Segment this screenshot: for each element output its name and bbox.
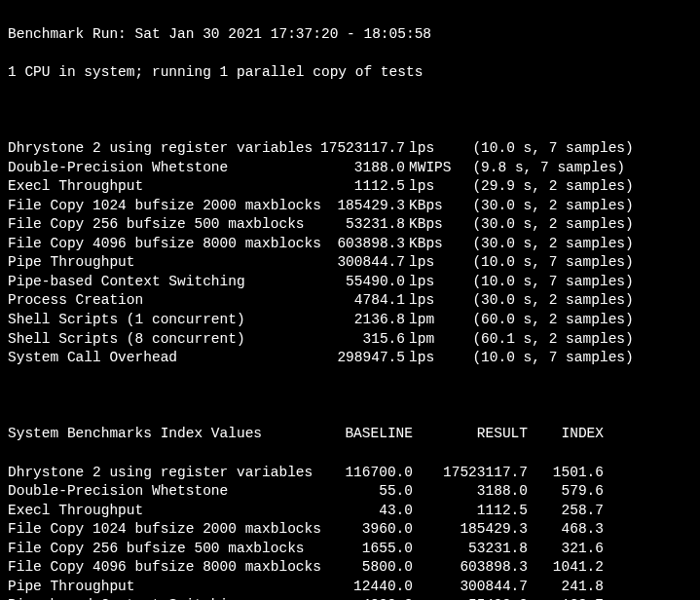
index-row: File Copy 256 bufsize 500 maxblocks1655.… (8, 540, 692, 559)
result-row: Pipe Throughput300844.7lps (10.0 s, 7 sa… (8, 253, 692, 273)
result-name: Pipe-based Context Switching (8, 273, 308, 292)
result-detail: (60.0 s, 2 samples) (456, 311, 634, 330)
result-row: Dhrystone 2 using register variables1752… (8, 139, 692, 159)
index-row: Dhrystone 2 using register variables1167… (8, 464, 692, 483)
result-row: File Copy 1024 bufsize 2000 maxblocks185… (8, 197, 692, 216)
index-baseline: 5800.0 (329, 558, 413, 578)
index-result: 53231.8 (413, 540, 528, 559)
index-header-index: INDEX (528, 425, 604, 444)
result-detail: (29.9 s, 2 samples) (456, 177, 634, 197)
index-name: File Copy 4096 bufsize 8000 maxblocks (8, 558, 329, 578)
result-detail: (10.0 s, 7 samples) (456, 139, 634, 159)
result-value: 3188.0 (308, 159, 405, 178)
result-unit: KBps (405, 197, 456, 216)
result-unit: MWIPS (405, 159, 456, 178)
result-name: Process Creation (8, 291, 308, 311)
index-name: Pipe-based Context Switching (8, 596, 329, 600)
result-value: 1112.5 (308, 177, 405, 197)
index-baseline: 55.0 (329, 482, 413, 502)
index-result: 603898.3 (413, 558, 528, 578)
index-name: Dhrystone 2 using register variables (8, 464, 329, 483)
index-header-baseline: BASELINE (329, 425, 413, 444)
result-row: Pipe-based Context Switching55490.0lps (… (8, 273, 692, 292)
results-block: Dhrystone 2 using register variables1752… (8, 139, 692, 368)
index-result: 300844.7 (413, 578, 528, 597)
index-baseline: 116700.0 (329, 464, 413, 483)
result-name: System Call Overhead (8, 349, 308, 368)
result-value: 603898.3 (308, 235, 405, 254)
result-unit: lps (405, 139, 456, 159)
result-detail: (30.0 s, 2 samples) (456, 215, 634, 235)
result-unit: lpm (405, 330, 456, 350)
index-baseline: 1655.0 (329, 540, 413, 559)
result-row: File Copy 256 bufsize 500 maxblocks53231… (8, 215, 692, 235)
result-name: Shell Scripts (1 concurrent) (8, 311, 308, 330)
index-result: 17523117.7 (413, 464, 528, 483)
result-detail: (60.1 s, 2 samples) (456, 330, 634, 350)
index-row: Double-Precision Whetstone55.03188.0579.… (8, 482, 692, 502)
result-name: Shell Scripts (8 concurrent) (8, 330, 308, 350)
index-row: Pipe Throughput12440.0300844.7241.8 (8, 578, 692, 597)
result-unit: lps (405, 177, 456, 197)
result-detail: (9.8 s, 7 samples) (456, 159, 625, 178)
result-name: File Copy 4096 bufsize 8000 maxblocks (8, 235, 308, 254)
index-row: File Copy 4096 bufsize 8000 maxblocks580… (8, 558, 692, 578)
index-name: Execl Throughput (8, 502, 329, 521)
index-result: 185429.3 (413, 520, 528, 540)
index-row: Execl Throughput43.01112.5258.7 (8, 502, 692, 521)
result-unit: lps (405, 349, 456, 368)
result-name: Dhrystone 2 using register variables (8, 139, 308, 159)
result-value: 55490.0 (308, 273, 405, 292)
index-index: 321.6 (528, 540, 604, 559)
index-baseline: 43.0 (329, 502, 413, 521)
index-name: Pipe Throughput (8, 578, 329, 597)
index-baseline: 12440.0 (329, 578, 413, 597)
index-row: Pipe-based Context Switching4000.055490.… (8, 596, 692, 600)
blank-line (8, 387, 692, 406)
index-index: 241.8 (528, 578, 604, 597)
index-index: 258.7 (528, 502, 604, 521)
result-name: File Copy 256 bufsize 500 maxblocks (8, 215, 308, 235)
result-name: File Copy 1024 bufsize 2000 maxblocks (8, 197, 308, 216)
result-detail: (10.0 s, 7 samples) (456, 273, 634, 292)
result-unit: lpm (405, 311, 456, 330)
result-value: 315.6 (308, 330, 405, 350)
result-value: 298947.5 (308, 349, 405, 368)
result-detail: (10.0 s, 7 samples) (456, 253, 634, 273)
index-baseline: 4000.0 (329, 596, 413, 600)
result-value: 4784.1 (308, 291, 405, 311)
index-result: 55490.0 (413, 596, 528, 600)
index-row: File Copy 1024 bufsize 2000 maxblocks396… (8, 520, 692, 540)
result-name: Pipe Throughput (8, 253, 308, 273)
result-detail: (30.0 s, 2 samples) (456, 291, 634, 311)
result-unit: lps (405, 291, 456, 311)
result-row: Shell Scripts (8 concurrent)315.6lpm (60… (8, 330, 692, 350)
result-value: 17523117.7 (308, 139, 405, 159)
result-value: 2136.8 (308, 311, 405, 330)
result-name: Execl Throughput (8, 177, 308, 197)
result-row: System Call Overhead298947.5lps (10.0 s,… (8, 349, 692, 368)
result-unit: lps (405, 273, 456, 292)
index-header-row: System Benchmarks Index ValuesBASELINERE… (8, 425, 692, 444)
index-header-result: RESULT (413, 425, 528, 444)
result-detail: (10.0 s, 7 samples) (456, 349, 634, 368)
result-row: Double-Precision Whetstone3188.0MWIPS (9… (8, 159, 692, 178)
index-index: 1041.2 (528, 558, 604, 578)
index-name: File Copy 256 bufsize 500 maxblocks (8, 540, 329, 559)
index-baseline: 3960.0 (329, 520, 413, 540)
index-name: Double-Precision Whetstone (8, 482, 329, 502)
result-row: Process Creation4784.1lps (30.0 s, 2 sam… (8, 291, 692, 311)
header-cpu-line: 1 CPU in system; running 1 parallel copy… (8, 63, 692, 83)
blank-line (8, 101, 692, 121)
index-result: 3188.0 (413, 482, 528, 502)
result-unit: KBps (405, 215, 456, 235)
index-index: 1501.6 (528, 464, 604, 483)
index-index: 579.6 (528, 482, 604, 502)
terminal-output: Benchmark Run: Sat Jan 30 2021 17:37:20 … (0, 0, 700, 600)
index-result: 1112.5 (413, 502, 528, 521)
result-value: 53231.8 (308, 215, 405, 235)
result-unit: KBps (405, 235, 456, 254)
index-name: File Copy 1024 bufsize 2000 maxblocks (8, 520, 329, 540)
result-detail: (30.0 s, 2 samples) (456, 197, 634, 216)
result-detail: (30.0 s, 2 samples) (456, 235, 634, 254)
